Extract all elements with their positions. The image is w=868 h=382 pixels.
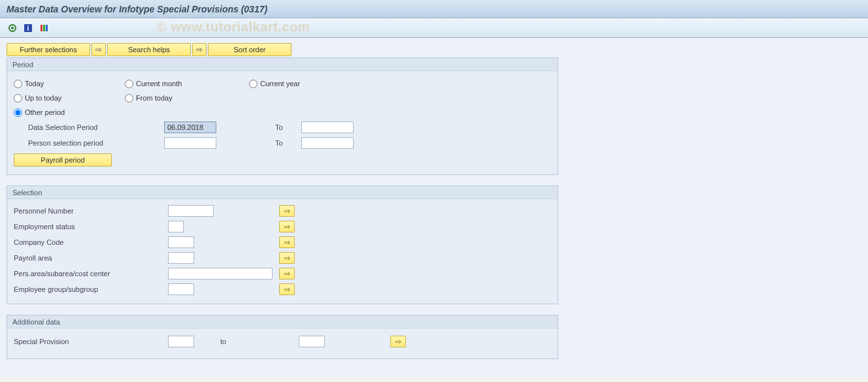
special-provision-from-input[interactable] (168, 336, 194, 347)
additional-data-group: Additional data Special Provision to ⇨ (7, 315, 558, 359)
selection-group-title: Selection (7, 186, 558, 199)
radio-today[interactable]: Today (14, 80, 125, 88)
radio-up-to-today[interactable]: Up to today (14, 94, 125, 103)
employment-status-input[interactable] (168, 221, 184, 232)
radio-label: Other period (25, 108, 65, 116)
person-selection-from-input[interactable] (164, 137, 216, 149)
person-selection-to-input[interactable] (301, 137, 354, 149)
sort-order-button[interactable]: Sort order (208, 43, 292, 56)
selection-row-pers-area: Pers.area/subarea/cost center ⇨ (11, 266, 554, 281)
selection-label: Payroll area (11, 254, 168, 262)
personnel-number-input[interactable] (168, 205, 214, 217)
radio-label: Current month (136, 80, 182, 88)
app-toolbar: i © www.tutorialkart.com (0, 18, 868, 38)
radio-from-today-input[interactable] (125, 94, 133, 103)
selection-button-row: Further selections ⇨ Search helps ⇨ Sort… (7, 43, 861, 56)
selection-label: Employment status (11, 223, 168, 231)
radio-other-period[interactable]: Other period (14, 108, 125, 117)
info-icon[interactable]: i (22, 22, 34, 34)
options-icon[interactable] (38, 22, 50, 34)
svg-rect-5 (43, 25, 45, 31)
selection-row-company-code: Company Code ⇨ (11, 234, 554, 250)
radio-label: From today (136, 94, 173, 102)
special-provision-label: Special Provision (11, 338, 168, 345)
radio-label: Current year (260, 80, 300, 88)
radio-current-year[interactable]: Current year (249, 80, 360, 88)
selection-label: Employee group/subgroup (11, 285, 168, 293)
data-selection-to-input[interactable] (301, 121, 354, 133)
special-provision-to-input[interactable] (299, 336, 325, 347)
multiple-selection-icon[interactable]: ⇨ (279, 221, 295, 232)
payroll-period-button[interactable]: Payroll period (14, 153, 112, 167)
radio-from-today[interactable]: From today (125, 94, 249, 103)
radio-up-to-today-input[interactable] (14, 94, 22, 103)
data-selection-period-label: Data Selection Period (28, 123, 164, 131)
content-area: Further selections ⇨ Search helps ⇨ Sort… (0, 38, 868, 375)
selection-label: Pers.area/subarea/cost center (11, 270, 168, 278)
svg-rect-4 (41, 25, 42, 31)
selection-label: Company Code (11, 238, 168, 246)
selection-row-payroll-area: Payroll area ⇨ (11, 250, 554, 266)
selection-row-employee-group: Employee group/subgroup ⇨ (11, 281, 554, 297)
to-label-lower: to (220, 338, 299, 345)
multiple-selection-icon[interactable]: ⇨ (279, 252, 295, 264)
title-bar: Master Data Overview for Infotype Specia… (0, 0, 868, 18)
period-group-title: Period (7, 58, 558, 71)
watermark-text: © www.tutorialkart.com (157, 20, 310, 35)
radio-today-input[interactable] (14, 80, 22, 88)
payroll-area-input[interactable] (168, 252, 194, 264)
selection-row-employment-status: Employment status ⇨ (11, 219, 554, 234)
radio-label: Today (25, 80, 44, 88)
employee-group-input[interactable] (168, 283, 194, 295)
arrow-right-icon[interactable]: ⇨ (92, 43, 106, 56)
multiple-selection-icon[interactable]: ⇨ (279, 205, 295, 217)
period-group: Period Today Current month Current year (7, 57, 558, 175)
data-selection-from-input[interactable] (164, 121, 216, 133)
person-selection-period-label: Person selection period (28, 139, 164, 147)
selection-label: Personnel Number (11, 207, 168, 215)
svg-rect-6 (46, 25, 48, 31)
multiple-selection-icon[interactable]: ⇨ (279, 268, 295, 279)
page-title: Master Data Overview for Infotype Specia… (7, 4, 267, 14)
radio-current-month-input[interactable] (125, 80, 133, 88)
multiple-selection-icon[interactable]: ⇨ (390, 336, 406, 347)
search-helps-button[interactable]: Search helps (107, 43, 191, 56)
pers-area-input[interactable] (168, 268, 273, 279)
radio-current-month[interactable]: Current month (125, 80, 249, 88)
multiple-selection-icon[interactable]: ⇨ (279, 236, 295, 248)
selection-group: Selection Personnel Number ⇨ Employment … (7, 185, 558, 304)
company-code-input[interactable] (168, 236, 194, 248)
additional-data-title: Additional data (7, 315, 558, 328)
to-label: To (275, 123, 301, 131)
further-selections-button[interactable]: Further selections (7, 43, 90, 56)
execute-icon[interactable] (7, 22, 18, 34)
radio-current-year-input[interactable] (249, 80, 258, 88)
arrow-right-icon[interactable]: ⇨ (192, 43, 207, 56)
radio-label: Up to today (25, 94, 61, 102)
svg-text:i: i (27, 25, 29, 32)
selection-row-personnel-number: Personnel Number ⇨ (11, 203, 554, 219)
to-label: To (275, 139, 301, 147)
multiple-selection-icon[interactable]: ⇨ (279, 283, 295, 295)
radio-other-period-input[interactable] (14, 108, 22, 117)
svg-point-1 (11, 27, 14, 29)
